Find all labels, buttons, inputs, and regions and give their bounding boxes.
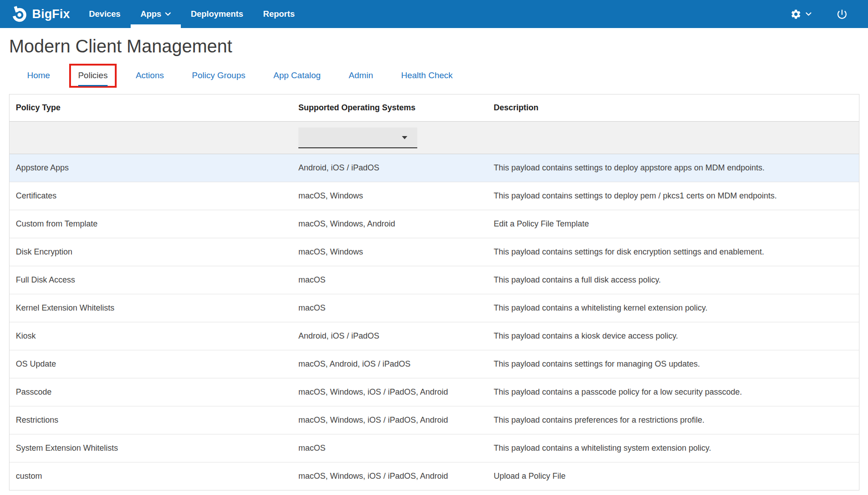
nav-item-label: Apps: [141, 9, 161, 19]
policy-type-cell: Custom from Template: [9, 219, 298, 229]
nav-item-apps[interactable]: Apps: [131, 0, 181, 28]
policy-type-cell: Appstore Apps: [9, 163, 298, 173]
settings-menu-button[interactable]: [790, 9, 811, 20]
os-filter-dropdown[interactable]: [298, 127, 417, 148]
page-title: Modern Client Management: [9, 35, 868, 57]
policy-type-cell: Kernel Extension Whitelists: [9, 303, 298, 313]
description-cell: This payload contains settings to deploy…: [494, 163, 859, 173]
power-icon: [836, 8, 848, 20]
tab-app-catalog[interactable]: App Catalog: [274, 71, 321, 86]
tab-actions[interactable]: Actions: [136, 71, 164, 86]
policy-type-cell: Full Disk Access: [9, 275, 298, 285]
chevron-down-icon: [806, 12, 811, 16]
description-cell: This payload contains settings to deploy…: [494, 191, 859, 201]
policy-type-cell: Disk Encryption: [9, 247, 298, 257]
supported-os-cell: macOS, Android, iOS / iPadOS: [298, 359, 494, 369]
logout-button[interactable]: [836, 8, 848, 20]
description-cell: This payload contains a full disk access…: [494, 275, 859, 285]
column-header-description: Description: [494, 103, 859, 113]
bigfix-logo-icon: [10, 5, 28, 23]
tab-label: Actions: [136, 71, 164, 80]
policy-type-cell: OS Update: [9, 359, 298, 369]
tab-policy-groups[interactable]: Policy Groups: [192, 71, 245, 86]
tab-label: Policy Groups: [192, 71, 245, 80]
tab-label: Admin: [349, 71, 373, 80]
tab-label: Policies: [78, 71, 108, 80]
tabs: Home Policies Actions Policy Groups App …: [27, 71, 868, 86]
supported-os-cell: macOS: [298, 275, 494, 285]
nav-item-label: Deployments: [191, 9, 243, 19]
tab-label: App Catalog: [274, 71, 321, 80]
nav-item-reports[interactable]: Reports: [253, 0, 305, 28]
brand-name: BigFix: [32, 7, 70, 21]
supported-os-cell: macOS, Windows: [298, 191, 494, 201]
column-header-supported-os: Supported Operating Systems: [298, 103, 494, 113]
tab-health-check[interactable]: Health Check: [401, 71, 453, 86]
description-cell: This payload contains a kiosk device acc…: [494, 331, 859, 341]
table-row[interactable]: Restrictions macOS, Windows, iOS / iPadO…: [9, 406, 859, 434]
table-row[interactable]: Full Disk Access macOS This payload cont…: [9, 266, 859, 294]
nav-item-devices[interactable]: Devices: [79, 0, 131, 28]
supported-os-cell: macOS, Windows: [298, 247, 494, 257]
column-header-policy-type: Policy Type: [9, 103, 298, 113]
table-header-row: Policy Type Supported Operating Systems …: [9, 94, 859, 121]
supported-os-cell: macOS: [298, 303, 494, 313]
nav-item-deployments[interactable]: Deployments: [181, 0, 253, 28]
description-cell: This payload contains settings for disk …: [494, 247, 859, 257]
table-body: Appstore Apps Android, iOS / iPadOS This…: [9, 154, 859, 490]
bigfix-brand[interactable]: BigFix: [10, 0, 70, 28]
gear-icon: [790, 9, 802, 20]
table-row[interactable]: Kiosk Android, iOS / iPadOS This payload…: [9, 322, 859, 350]
description-cell: This payload contains settings for manag…: [494, 359, 859, 369]
nav-item-label: Reports: [263, 9, 295, 19]
supported-os-cell: Android, iOS / iPadOS: [298, 163, 494, 173]
nav-item-label: Devices: [89, 9, 121, 19]
table-row[interactable]: OS Update macOS, Android, iOS / iPadOS T…: [9, 350, 859, 378]
description-cell: Edit a Policy File Template: [494, 219, 859, 229]
supported-os-cell: macOS, Windows, iOS / iPadOS, Android: [298, 471, 494, 481]
table-row[interactable]: Disk Encryption macOS, Windows This payl…: [9, 238, 859, 266]
supported-os-cell: macOS, Windows, iOS / iPadOS, Android: [298, 415, 494, 425]
top-navbar: BigFix Devices Apps Deployments Reports: [0, 0, 868, 28]
tab-label: Home: [27, 71, 50, 80]
dropdown-arrow-icon: [402, 136, 407, 139]
tab-admin[interactable]: Admin: [349, 71, 373, 86]
table-row[interactable]: Kernel Extension Whitelists macOS This p…: [9, 294, 859, 322]
policy-type-cell: Restrictions: [9, 415, 298, 425]
description-cell: This payload contains a passcode policy …: [494, 387, 859, 397]
table-filter-row: [9, 121, 859, 154]
description-cell: This payload contains a whitelisting sys…: [494, 443, 859, 453]
table-row[interactable]: Appstore Apps Android, iOS / iPadOS This…: [9, 154, 859, 182]
supported-os-cell: macOS: [298, 443, 494, 453]
table-row[interactable]: custom macOS, Windows, iOS / iPadOS, And…: [9, 462, 859, 490]
description-cell: Upload a Policy File: [494, 471, 859, 481]
policy-type-cell: Certificates: [9, 191, 298, 201]
policy-type-cell: custom: [9, 471, 298, 481]
table-row[interactable]: Passcode macOS, Windows, iOS / iPadOS, A…: [9, 378, 859, 406]
description-cell: This payload contains a whitelisting ker…: [494, 303, 859, 313]
navbar-right: [790, 0, 848, 28]
policy-type-cell: Kiosk: [9, 331, 298, 341]
nav-menu: Devices Apps Deployments Reports: [79, 0, 305, 28]
chevron-down-icon: [165, 12, 171, 16]
tab-home[interactable]: Home: [27, 71, 50, 86]
policy-table: Policy Type Supported Operating Systems …: [9, 94, 859, 490]
tab-policies[interactable]: Policies: [78, 71, 108, 86]
table-row[interactable]: System Extension Whitelists macOS This p…: [9, 434, 859, 462]
table-row[interactable]: Certificates macOS, Windows This payload…: [9, 182, 859, 210]
supported-os-cell: macOS, Windows, Android: [298, 219, 494, 229]
table-row[interactable]: Custom from Template macOS, Windows, And…: [9, 210, 859, 238]
policy-type-cell: System Extension Whitelists: [9, 443, 298, 453]
tab-label: Health Check: [401, 71, 453, 80]
supported-os-cell: macOS, Windows, iOS / iPadOS, Android: [298, 387, 494, 397]
description-cell: This payload contains preferences for a …: [494, 415, 859, 425]
policy-type-cell: Passcode: [9, 387, 298, 397]
supported-os-cell: Android, iOS / iPadOS: [298, 331, 494, 341]
